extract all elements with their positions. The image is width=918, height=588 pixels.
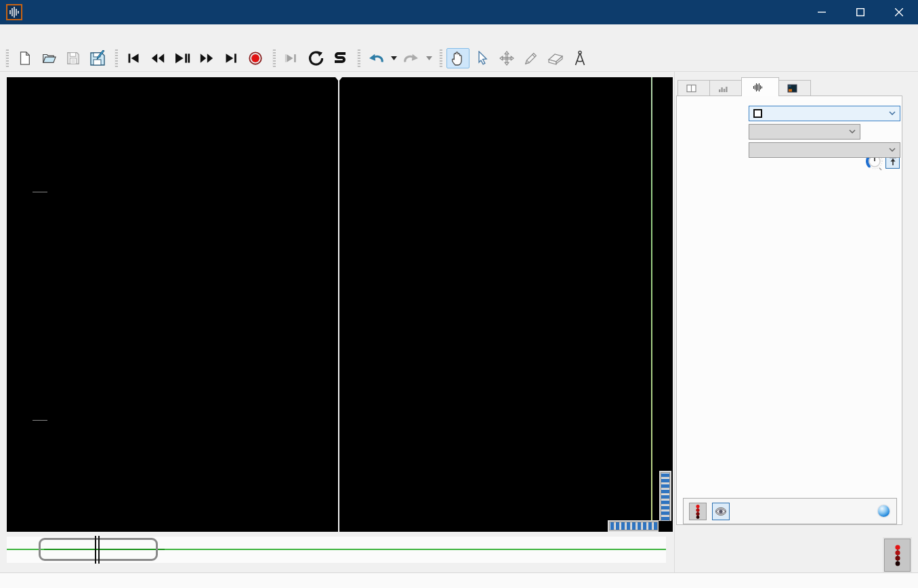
measure-tool-button[interactable] — [568, 48, 591, 68]
tab-pane-1[interactable] — [677, 80, 710, 96]
white-color-swatch-icon — [753, 109, 762, 118]
toolbar-group-file — [13, 48, 109, 68]
save-file-button[interactable] — [62, 48, 85, 68]
skip-to-start-icon — [126, 51, 141, 65]
playback-level-button[interactable] — [689, 503, 707, 520]
level-dots-icon — [894, 544, 901, 567]
undo-menu-button[interactable] — [389, 48, 398, 68]
skip-to-end-button[interactable] — [220, 48, 243, 68]
waveform-icon — [753, 83, 763, 92]
toolbar-handle[interactable] — [114, 49, 118, 67]
erase-tool-button[interactable] — [544, 48, 567, 68]
playhead-marker-icon — [335, 77, 342, 81]
select-tool-icon — [476, 51, 489, 66]
skip-to-end-icon — [224, 51, 238, 65]
select-tool-button[interactable] — [471, 48, 494, 68]
properties-panel — [674, 72, 918, 572]
tab-pane-4[interactable] — [778, 80, 811, 96]
draw-tool-button[interactable] — [520, 48, 543, 68]
toolbar-handle[interactable] — [5, 49, 9, 67]
master-playback-level-button[interactable] — [884, 539, 911, 572]
layer-visibility-button[interactable] — [712, 503, 730, 520]
eye-icon — [715, 507, 727, 516]
toolbar-group-tools — [446, 48, 591, 68]
edit-tool-button[interactable] — [495, 48, 518, 68]
overview-panner[interactable] — [7, 536, 666, 564]
overview-playhead-cursor[interactable] — [95, 536, 100, 564]
erase-tool-icon — [547, 51, 564, 65]
panes-icon — [686, 84, 696, 93]
loop-playback-icon — [308, 50, 324, 66]
app-logo-icon — [6, 4, 22, 20]
undo-button[interactable] — [364, 48, 388, 68]
draw-tool-icon — [524, 51, 539, 66]
play-to-end-button[interactable] — [280, 48, 303, 68]
end-of-file-line — [651, 77, 652, 532]
measure-tool-icon — [573, 50, 587, 66]
toolbar-group-history — [364, 48, 434, 68]
chevron-down-icon — [889, 111, 896, 115]
minimize-button[interactable] — [802, 0, 841, 24]
new-file-icon — [17, 51, 32, 66]
play-pause-icon — [173, 51, 191, 65]
spectrogram-waveform-canvas[interactable] — [7, 77, 673, 532]
titlebar — [0, 0, 918, 24]
play-to-end-icon — [284, 51, 299, 65]
undo-icon — [367, 51, 385, 65]
redo-button[interactable] — [400, 48, 423, 68]
redo-menu-button[interactable] — [424, 48, 434, 68]
horizontal-zoom-thumbwheel[interactable] — [609, 522, 658, 530]
edit-tool-icon — [499, 51, 514, 66]
navigate-tool-icon — [451, 50, 465, 66]
save-file-as-icon — [89, 50, 106, 66]
chevron-down-icon — [889, 148, 896, 152]
record-icon — [248, 51, 263, 66]
channels-select[interactable] — [749, 142, 900, 158]
statusbar — [0, 572, 918, 588]
close-button[interactable] — [879, 0, 918, 24]
scale-tick — [33, 420, 47, 421]
layer-properties-box — [676, 96, 902, 525]
rewind-icon — [150, 51, 166, 65]
bars-icon — [718, 84, 728, 93]
show-led-button[interactable] — [878, 505, 890, 517]
record-button[interactable] — [244, 48, 267, 68]
pane-corner — [659, 521, 673, 532]
vertical-zoom-thumbwheel[interactable] — [661, 472, 670, 526]
tab-pane-2[interactable] — [709, 80, 742, 96]
menubar — [0, 24, 918, 45]
tab-pane-3[interactable] — [741, 77, 779, 96]
toolbar-group-transport — [122, 48, 267, 68]
toolbar — [0, 45, 918, 72]
pane-tabbar — [677, 77, 811, 96]
chevron-down-icon — [849, 129, 856, 133]
color-select[interactable] — [749, 106, 900, 121]
solo-icon — [332, 50, 348, 66]
loop-playback-button[interactable] — [304, 48, 327, 68]
fast-forward-button[interactable] — [195, 48, 218, 68]
save-file-icon — [66, 51, 81, 66]
rewind-button[interactable] — [146, 48, 169, 68]
toolbar-handle[interactable] — [272, 49, 276, 67]
level-dots-icon — [695, 504, 701, 519]
play-pause-button[interactable] — [171, 48, 194, 68]
redo-icon — [402, 51, 420, 65]
scale-tick — [33, 192, 47, 192]
spectrogram-icon — [787, 84, 797, 93]
open-file-icon — [41, 51, 57, 66]
main-pane — [7, 77, 673, 532]
skip-to-start-button[interactable] — [122, 48, 145, 68]
navigate-tool-button[interactable] — [446, 48, 470, 68]
undo-menu-arrow-icon — [391, 56, 397, 60]
redo-menu-arrow-icon — [426, 56, 432, 60]
maximize-button[interactable] — [841, 0, 879, 24]
y-scale-select[interactable] — [749, 124, 860, 140]
toolbar-handle[interactable] — [439, 49, 442, 67]
toolbar-handle[interactable] — [357, 49, 360, 67]
new-file-button[interactable] — [13, 48, 36, 68]
save-file-as-button[interactable] — [86, 48, 109, 68]
playhead-line — [338, 77, 339, 532]
layer-show-box — [683, 498, 897, 524]
open-file-button[interactable] — [37, 48, 60, 68]
solo-button[interactable] — [329, 48, 352, 68]
